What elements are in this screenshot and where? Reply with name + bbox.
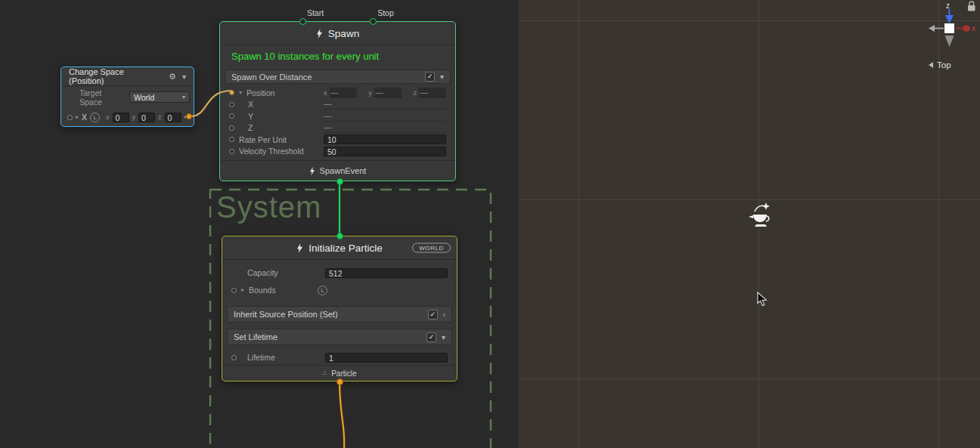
spawn-output-port[interactable] — [336, 178, 343, 185]
gizmo-center-cube[interactable] — [944, 23, 954, 33]
rate-per-unit-port[interactable] — [229, 137, 234, 142]
block-enabled-checkbox[interactable]: ✓ — [428, 310, 438, 320]
lifetime-port[interactable] — [231, 355, 237, 360]
y-value-disabled: — — [324, 111, 446, 122]
gear-icon[interactable]: ⚙ — [169, 72, 176, 82]
scene-view-panel[interactable]: z x Top — [519, 0, 980, 448]
y-port[interactable] — [229, 113, 234, 119]
z-value-field[interactable]: 0 — [165, 113, 181, 122]
world-space-badge[interactable]: WORLD — [412, 243, 451, 253]
chevron-left-icon[interactable]: ‹ — [443, 311, 445, 319]
change-space-input-port[interactable] — [67, 115, 73, 120]
initialize-particle-node[interactable]: Initialize Particle WORLD Capacity 512 ▸… — [222, 236, 457, 382]
change-space-output-port[interactable] — [186, 113, 192, 119]
spawn-stop-port[interactable] — [370, 18, 377, 25]
velocity-threshold-label: Velocity Threshold — [239, 147, 304, 156]
lock-icon[interactable] — [968, 5, 975, 11]
x-port[interactable] — [229, 102, 234, 107]
rate-per-unit-field[interactable]: 10 — [324, 134, 446, 144]
z-port[interactable] — [229, 125, 234, 131]
spawn-node-header[interactable]: Spawn — [220, 22, 455, 45]
change-space-x-row[interactable]: ▸ X L x 0 y 0 z 0 ▸ — [61, 111, 194, 123]
z-row[interactable]: Z — — [225, 122, 451, 134]
velocity-threshold-field[interactable]: 50 — [324, 147, 446, 156]
z-axis-label: z — [158, 113, 162, 121]
graph-panel[interactable]: Start Stop System Spawn Spawn 10 instanc… — [0, 0, 519, 448]
y-row[interactable]: Y — — [225, 110, 451, 122]
orientation-gizmo[interactable]: z x — [927, 0, 980, 54]
bounds-port[interactable] — [231, 288, 237, 293]
initialize-header[interactable]: Initialize Particle WORLD — [222, 236, 457, 260]
view-mode-label[interactable]: Top — [929, 60, 951, 70]
gizmo-x-cone[interactable] — [963, 25, 970, 31]
view-arrow-icon — [929, 62, 933, 68]
init-input-port[interactable] — [336, 233, 343, 239]
gizmo-x-label: x — [972, 24, 975, 32]
block-spawn-over-distance[interactable]: Spawn Over Distance ✓ ▾ — [225, 70, 451, 84]
change-space-title: Change Space (Position) — [69, 67, 160, 85]
position-label: Position — [247, 88, 274, 97]
init-output-port[interactable] — [336, 378, 343, 385]
position-z-field[interactable]: — — [419, 88, 446, 97]
z-value-disabled: — — [324, 122, 446, 133]
block-enabled-checkbox[interactable]: ✓ — [425, 72, 435, 82]
grid-line — [578, 0, 579, 448]
block-title: Inherit Source Position (Set) — [234, 310, 338, 319]
spawn-start-port[interactable] — [299, 18, 306, 25]
wire-particle-out[interactable] — [340, 382, 344, 448]
chevron-down-icon[interactable]: ▾ — [440, 73, 444, 81]
capacity-field[interactable]: 512 — [325, 268, 448, 278]
target-space-dropdown[interactable]: World ▾ — [129, 91, 190, 103]
change-space-header[interactable]: Change Space (Position) ⚙ ▾ — [61, 67, 194, 86]
vfx-editor-window: Start Stop System Spawn Spawn 10 instanc… — [0, 0, 980, 448]
particle-icon: ∴ — [322, 369, 327, 377]
target-space-label: Target Space — [79, 88, 125, 107]
x-value-disabled: — — [324, 99, 446, 110]
lifetime-label: Lifetime — [247, 353, 275, 362]
bounds-label: Bounds — [249, 286, 276, 295]
foldout-icon[interactable]: ▾ — [239, 90, 242, 96]
space-badge-icon[interactable]: L — [318, 286, 327, 295]
block-enabled-checkbox[interactable]: ✓ — [426, 332, 436, 342]
x-label: X — [248, 100, 253, 109]
gizmo-down-cone[interactable] — [945, 36, 954, 47]
check-icon: ✓ — [429, 334, 435, 341]
lifetime-properties: Lifetime 1 — [227, 351, 452, 364]
particle-label: Particle — [331, 369, 356, 378]
position-x-field[interactable]: — — [330, 88, 357, 97]
chevron-down-icon[interactable]: ▾ — [182, 73, 186, 81]
capacity-row[interactable]: Capacity 512 — [227, 266, 452, 280]
block-inherit-source-position[interactable]: Inherit Source Position (Set) ✓ ‹ — [227, 306, 452, 323]
lifetime-row[interactable]: Lifetime 1 — [227, 351, 452, 364]
position-port[interactable] — [229, 90, 234, 95]
change-space-node[interactable]: Change Space (Position) ⚙ ▾ Target Space… — [60, 66, 194, 127]
lightning-icon — [316, 29, 323, 39]
bounds-row[interactable]: ▸ Bounds L — [227, 283, 452, 297]
chevron-down-icon[interactable]: ▾ — [442, 333, 445, 341]
position-row[interactable]: ▾ Position x— y— z— — [225, 87, 451, 99]
position-y-field[interactable]: — — [374, 88, 402, 97]
spawn-node[interactable]: Spawn Spawn 10 instances for every unit … — [219, 21, 456, 181]
port-arrow-icon: ▸ — [241, 287, 244, 293]
block-title: Set Lifetime — [234, 332, 278, 341]
vfx-object-gizmo[interactable] — [746, 201, 776, 234]
spawn-title: Spawn — [328, 28, 359, 39]
system-group-title[interactable]: System — [216, 190, 321, 224]
velocity-threshold-port[interactable] — [229, 149, 234, 154]
velocity-threshold-row[interactable]: Velocity Threshold 50 — [225, 146, 451, 158]
block-title: Spawn Over Distance — [231, 73, 312, 82]
lock-shackle — [969, 2, 974, 5]
start-label: Start — [299, 8, 332, 17]
check-icon: ✓ — [427, 73, 433, 80]
block-set-lifetime[interactable]: Set Lifetime ✓ ▾ — [227, 329, 452, 345]
gizmo-z-cone[interactable] — [945, 15, 954, 23]
rate-per-unit-row[interactable]: Rate Per Unit 10 — [225, 134, 451, 146]
space-badge-icon[interactable]: L — [90, 113, 100, 122]
lifetime-field[interactable]: 1 — [325, 353, 448, 363]
gizmo-left-cone[interactable] — [929, 25, 935, 32]
y-value-field[interactable]: 0 — [138, 113, 155, 122]
lightning-icon — [309, 167, 315, 175]
target-space-value: World — [134, 93, 154, 102]
x-row[interactable]: X — — [225, 99, 451, 111]
x-value-field[interactable]: 0 — [113, 113, 129, 122]
